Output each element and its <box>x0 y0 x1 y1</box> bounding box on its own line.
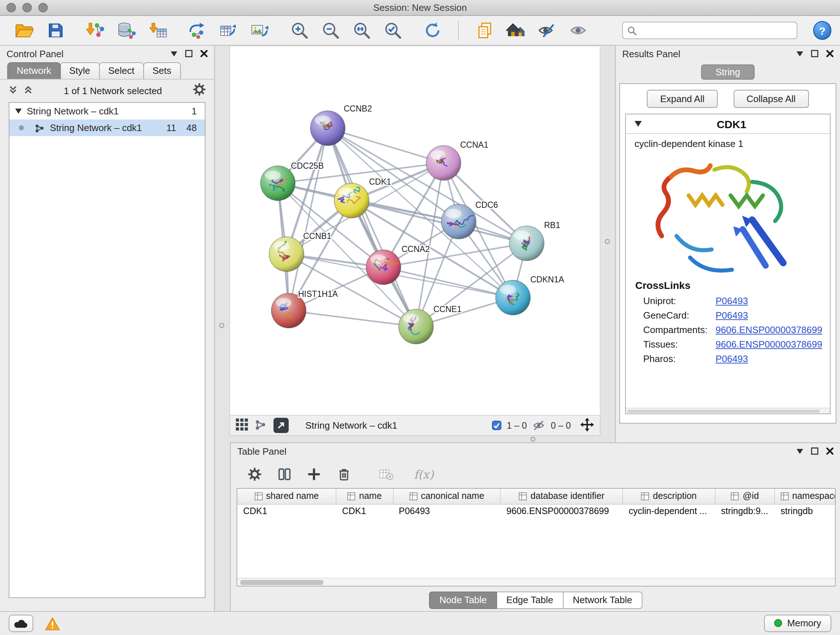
tab-network[interactable]: Network <box>7 62 60 79</box>
crosslink-value-link[interactable]: P06493 <box>715 353 748 364</box>
panel-float-button[interactable] <box>811 50 818 57</box>
new-network-button[interactable] <box>185 18 210 43</box>
crosslink-value-link[interactable]: 9606.ENSP00000378699 <box>715 324 822 335</box>
column-header[interactable]: canonical name <box>393 489 501 504</box>
hide-selected-button[interactable] <box>534 18 559 43</box>
node-label: HIST1H1A <box>298 289 338 299</box>
tab-sets[interactable]: Sets <box>143 62 180 79</box>
network-graph[interactable]: CCNB2CCNA1CDC25BCDK1CDC6RB1CCNB1CCNA2CDK… <box>230 46 600 415</box>
right-splitter-handle[interactable] <box>605 239 610 244</box>
help-button[interactable]: ? <box>813 21 832 40</box>
table-settings-button[interactable] <box>247 466 263 482</box>
show-all-button[interactable] <box>565 18 591 43</box>
cloud-status-button[interactable] <box>9 615 33 632</box>
panel-close-button[interactable] <box>201 50 208 57</box>
column-header[interactable]: @id <box>715 489 775 504</box>
caret-down-icon[interactable] <box>635 121 642 127</box>
network-collection-row[interactable]: String Network – cdk1 1 <box>9 103 205 119</box>
network-canvas[interactable]: CCNB2CCNA1CDC25BCDK1CDC6RB1CCNB1CCNA2CDK… <box>229 46 600 416</box>
zoom-fit-button[interactable] <box>349 18 374 43</box>
import-network-file-button[interactable] <box>82 18 108 43</box>
tab-edge-table[interactable]: Edge Table <box>496 592 564 609</box>
tab-node-table[interactable]: Node Table <box>429 592 497 609</box>
crosslink-value-link[interactable]: 9606.ENSP00000378699 <box>715 339 822 349</box>
zoom-selected-button[interactable] <box>380 18 405 43</box>
scrollbar-thumb[interactable] <box>240 580 324 585</box>
clear-table-button[interactable] <box>378 466 394 482</box>
results-horizontal-scrollbar[interactable] <box>626 408 830 413</box>
column-header[interactable]: database identifier <box>501 489 623 504</box>
zoom-out-button[interactable] <box>317 18 343 43</box>
left-splitter-handle[interactable] <box>219 323 224 328</box>
collapse-all-button[interactable]: Collapse All <box>734 90 809 108</box>
column-header[interactable]: namespace <box>775 489 836 504</box>
import-table-button[interactable] <box>145 18 170 43</box>
export-table-button[interactable] <box>216 18 241 43</box>
expand-all-button[interactable]: Expand All <box>647 90 718 108</box>
panel-menu-button[interactable] <box>797 51 803 56</box>
table-cell[interactable]: 9606.ENSP00000378699 <box>501 504 623 518</box>
table-cell[interactable]: CDK1 <box>237 504 336 518</box>
table-cell[interactable]: CDK1 <box>336 504 393 518</box>
search-box[interactable] <box>622 22 797 39</box>
panel-float-button[interactable] <box>811 448 818 455</box>
panel-close-button[interactable] <box>826 448 834 455</box>
copy-button[interactable] <box>472 18 497 43</box>
show-columns-button[interactable] <box>276 466 292 482</box>
birds-eye-view-button[interactable] <box>236 418 248 432</box>
tab-string[interactable]: String <box>701 65 755 80</box>
selected-indicator-checkbox[interactable] <box>493 421 502 430</box>
collapse-all-networks-button[interactable] <box>9 85 17 96</box>
crosslink-value-link[interactable]: P06493 <box>715 310 748 320</box>
table-cell[interactable]: cyclin-dependent ... <box>623 504 715 518</box>
table-cell[interactable]: P06493 <box>393 504 501 518</box>
open-session-button[interactable] <box>11 18 37 43</box>
network-node[interactable]: CDC6 <box>441 200 498 239</box>
add-column-button[interactable] <box>306 466 322 482</box>
tab-style[interactable]: Style <box>60 62 99 79</box>
panel-menu-button[interactable] <box>797 448 803 454</box>
column-header[interactable]: shared name <box>237 489 336 504</box>
network-node[interactable]: CCNA1 <box>426 140 488 180</box>
column-header[interactable]: name <box>336 489 393 504</box>
warnings-button[interactable] <box>45 616 60 630</box>
minimize-window-button[interactable] <box>22 3 32 12</box>
network-options-button[interactable] <box>193 83 205 98</box>
network-node[interactable]: RB1 <box>509 220 561 261</box>
network-node[interactable]: HIST1H1A <box>271 289 338 328</box>
delete-column-button[interactable] <box>336 466 352 482</box>
panel-menu-button[interactable] <box>171 51 177 56</box>
current-network-indicator <box>19 125 24 130</box>
panel-close-button[interactable] <box>826 50 834 57</box>
table-cell[interactable]: stringdb:9... <box>715 504 775 518</box>
crosslink-value-link[interactable]: P06493 <box>715 295 748 306</box>
tab-select[interactable]: Select <box>99 62 144 79</box>
refresh-view-button[interactable] <box>420 18 445 43</box>
tab-network-table[interactable]: Network Table <box>562 592 642 609</box>
network-node[interactable]: CDK1 <box>334 177 391 218</box>
save-session-button[interactable] <box>43 18 68 43</box>
table-cell[interactable]: stringdb <box>775 504 836 518</box>
network-row[interactable]: String Network – cdk1 11 48 <box>9 119 205 136</box>
bottom-splitter-handle[interactable] <box>531 437 535 442</box>
function-builder-button[interactable]: f(x) <box>414 467 434 481</box>
pan-mode-button[interactable] <box>580 417 594 433</box>
table-row[interactable]: CDK1CDK1P064939606.ENSP00000378699cyclin… <box>237 504 836 518</box>
export-image-button[interactable] <box>247 18 272 43</box>
export-view-button[interactable] <box>273 418 289 433</box>
maximize-window-button[interactable] <box>38 3 48 12</box>
network-node[interactable]: CDKN1A <box>496 275 564 315</box>
import-network-database-button[interactable] <box>114 18 139 43</box>
cybrowser-home-button[interactable] <box>503 18 528 43</box>
expand-all-networks-button[interactable] <box>24 85 33 96</box>
protein-card-header[interactable]: CDK1 <box>626 114 830 134</box>
close-window-button[interactable] <box>6 3 16 12</box>
column-header[interactable]: description <box>623 489 715 504</box>
network-overview-button[interactable] <box>255 418 267 432</box>
zoom-in-button[interactable] <box>286 18 312 43</box>
memory-button[interactable]: Memory <box>764 615 831 632</box>
crosslink-row: Pharos:P06493 <box>626 351 830 366</box>
table-horizontal-scrollbar[interactable] <box>237 578 835 586</box>
panel-float-button[interactable] <box>185 50 193 57</box>
search-input[interactable] <box>639 25 792 35</box>
